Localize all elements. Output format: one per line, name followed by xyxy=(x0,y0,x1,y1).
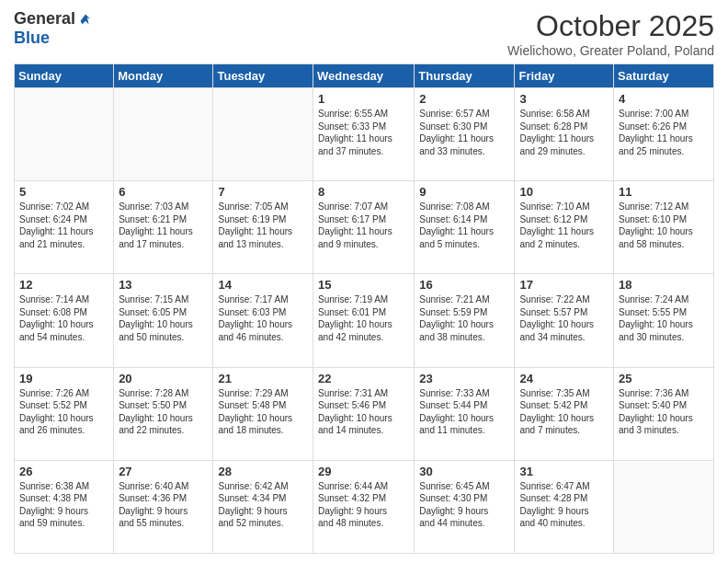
calendar-cell: 3Sunrise: 6:58 AM Sunset: 6:28 PM Daylig… xyxy=(515,88,614,181)
calendar-cell: 16Sunrise: 7:21 AM Sunset: 5:59 PM Dayli… xyxy=(415,274,515,367)
day-number: 19 xyxy=(19,372,108,385)
calendar-cell: 31Sunrise: 6:47 AM Sunset: 4:28 PM Dayli… xyxy=(515,460,614,553)
day-info: Sunrise: 6:58 AM Sunset: 6:28 PM Dayligh… xyxy=(519,108,609,157)
calendar-cell: 30Sunrise: 6:45 AM Sunset: 4:30 PM Dayli… xyxy=(415,460,515,553)
day-number: 25 xyxy=(619,372,709,385)
day-number: 7 xyxy=(218,185,308,199)
day-info: Sunrise: 7:24 AM Sunset: 5:55 PM Dayligh… xyxy=(619,293,709,343)
day-info: Sunrise: 6:45 AM Sunset: 4:30 PM Dayligh… xyxy=(419,480,509,530)
day-info: Sunrise: 7:19 AM Sunset: 6:01 PM Dayligh… xyxy=(318,293,409,343)
calendar-cell: 8Sunrise: 7:07 AM Sunset: 6:17 PM Daylig… xyxy=(313,181,415,274)
calendar-cell xyxy=(213,88,313,181)
title-block: October 2025 Wielichowo, Greater Poland,… xyxy=(507,9,714,58)
day-info: Sunrise: 7:33 AM Sunset: 5:44 PM Dayligh… xyxy=(419,387,509,437)
calendar-cell: 6Sunrise: 7:03 AM Sunset: 6:21 PM Daylig… xyxy=(114,181,213,274)
day-info: Sunrise: 7:28 AM Sunset: 5:50 PM Dayligh… xyxy=(119,387,208,437)
calendar-cell xyxy=(15,88,114,181)
calendar-cell: 21Sunrise: 7:29 AM Sunset: 5:48 PM Dayli… xyxy=(213,367,313,460)
calendar-cell xyxy=(114,88,213,181)
day-info: Sunrise: 7:14 AM Sunset: 6:08 PM Dayligh… xyxy=(19,293,108,343)
calendar-week-row: 5Sunrise: 7:02 AM Sunset: 6:24 PM Daylig… xyxy=(15,181,714,274)
day-info: Sunrise: 7:31 AM Sunset: 5:46 PM Dayligh… xyxy=(318,387,409,437)
day-number: 22 xyxy=(318,372,409,385)
calendar-cell: 12Sunrise: 7:14 AM Sunset: 6:08 PM Dayli… xyxy=(15,274,114,367)
day-info: Sunrise: 7:15 AM Sunset: 6:05 PM Dayligh… xyxy=(119,293,208,343)
day-info: Sunrise: 7:08 AM Sunset: 6:14 PM Dayligh… xyxy=(419,201,509,250)
day-info: Sunrise: 7:07 AM Sunset: 6:17 PM Dayligh… xyxy=(318,201,409,250)
day-info: Sunrise: 7:22 AM Sunset: 5:57 PM Dayligh… xyxy=(519,293,609,343)
weekday-header-monday: Monday xyxy=(114,64,213,88)
day-number: 24 xyxy=(519,372,609,385)
calendar-cell: 5Sunrise: 7:02 AM Sunset: 6:24 PM Daylig… xyxy=(15,181,114,274)
calendar-cell xyxy=(614,460,714,553)
day-number: 21 xyxy=(218,372,308,385)
day-number: 29 xyxy=(318,465,409,478)
day-info: Sunrise: 7:29 AM Sunset: 5:48 PM Dayligh… xyxy=(218,387,308,437)
day-number: 28 xyxy=(218,465,308,478)
day-info: Sunrise: 7:36 AM Sunset: 5:40 PM Dayligh… xyxy=(619,387,709,437)
calendar-cell: 22Sunrise: 7:31 AM Sunset: 5:46 PM Dayli… xyxy=(313,367,415,460)
svg-marker-0 xyxy=(81,14,91,24)
day-number: 11 xyxy=(619,185,709,199)
day-info: Sunrise: 7:05 AM Sunset: 6:19 PM Dayligh… xyxy=(218,201,308,250)
calendar-cell: 14Sunrise: 7:17 AM Sunset: 6:03 PM Dayli… xyxy=(213,274,313,367)
logo-blue-text: Blue xyxy=(14,29,50,48)
logo: General Blue xyxy=(14,9,94,48)
day-info: Sunrise: 7:02 AM Sunset: 6:24 PM Dayligh… xyxy=(19,201,108,250)
page: General Blue October 2025 Wielichowo, Gr… xyxy=(0,0,728,563)
day-info: Sunrise: 6:57 AM Sunset: 6:30 PM Dayligh… xyxy=(419,108,509,157)
day-info: Sunrise: 7:00 AM Sunset: 6:26 PM Dayligh… xyxy=(619,108,709,157)
weekday-header-tuesday: Tuesday xyxy=(213,64,313,88)
day-number: 15 xyxy=(318,278,409,292)
weekday-header-friday: Friday xyxy=(515,64,614,88)
calendar-cell: 20Sunrise: 7:28 AM Sunset: 5:50 PM Dayli… xyxy=(114,367,213,460)
day-info: Sunrise: 6:47 AM Sunset: 4:28 PM Dayligh… xyxy=(519,480,609,530)
weekday-header-thursday: Thursday xyxy=(415,64,515,88)
weekday-header-sunday: Sunday xyxy=(15,64,114,88)
calendar-table: SundayMondayTuesdayWednesdayThursdayFrid… xyxy=(14,63,714,554)
day-number: 9 xyxy=(419,185,509,199)
day-number: 2 xyxy=(419,92,509,106)
day-info: Sunrise: 7:35 AM Sunset: 5:42 PM Dayligh… xyxy=(519,387,609,437)
day-number: 13 xyxy=(119,278,208,292)
calendar-cell: 1Sunrise: 6:55 AM Sunset: 6:33 PM Daylig… xyxy=(313,88,415,181)
day-info: Sunrise: 6:42 AM Sunset: 4:34 PM Dayligh… xyxy=(218,480,308,530)
calendar-cell: 25Sunrise: 7:36 AM Sunset: 5:40 PM Dayli… xyxy=(614,367,714,460)
calendar-cell: 28Sunrise: 6:42 AM Sunset: 4:34 PM Dayli… xyxy=(213,460,313,553)
day-info: Sunrise: 7:21 AM Sunset: 5:59 PM Dayligh… xyxy=(419,293,509,343)
day-number: 20 xyxy=(119,372,208,385)
day-number: 18 xyxy=(619,278,709,292)
day-number: 14 xyxy=(218,278,308,292)
day-number: 16 xyxy=(419,278,509,292)
calendar-cell: 10Sunrise: 7:10 AM Sunset: 6:12 PM Dayli… xyxy=(515,181,614,274)
calendar-cell: 23Sunrise: 7:33 AM Sunset: 5:44 PM Dayli… xyxy=(415,367,515,460)
calendar-cell: 17Sunrise: 7:22 AM Sunset: 5:57 PM Dayli… xyxy=(515,274,614,367)
header: General Blue October 2025 Wielichowo, Gr… xyxy=(14,9,714,58)
calendar-cell: 24Sunrise: 7:35 AM Sunset: 5:42 PM Dayli… xyxy=(515,367,614,460)
logo-bird-icon xyxy=(77,11,94,28)
calendar-cell: 4Sunrise: 7:00 AM Sunset: 6:26 PM Daylig… xyxy=(614,88,714,181)
day-info: Sunrise: 7:03 AM Sunset: 6:21 PM Dayligh… xyxy=(119,201,208,250)
day-info: Sunrise: 7:12 AM Sunset: 6:10 PM Dayligh… xyxy=(619,201,709,250)
day-info: Sunrise: 6:40 AM Sunset: 4:36 PM Dayligh… xyxy=(119,480,208,530)
day-info: Sunrise: 6:55 AM Sunset: 6:33 PM Dayligh… xyxy=(318,108,409,157)
day-number: 4 xyxy=(619,92,709,106)
weekday-header-wednesday: Wednesday xyxy=(313,64,415,88)
calendar-header-row: SundayMondayTuesdayWednesdayThursdayFrid… xyxy=(15,64,714,88)
calendar-cell: 18Sunrise: 7:24 AM Sunset: 5:55 PM Dayli… xyxy=(614,274,714,367)
calendar-cell: 19Sunrise: 7:26 AM Sunset: 5:52 PM Dayli… xyxy=(15,367,114,460)
day-number: 12 xyxy=(19,278,108,292)
day-number: 17 xyxy=(519,278,609,292)
day-info: Sunrise: 7:26 AM Sunset: 5:52 PM Dayligh… xyxy=(19,387,108,437)
calendar-cell: 11Sunrise: 7:12 AM Sunset: 6:10 PM Dayli… xyxy=(614,181,714,274)
weekday-header-saturday: Saturday xyxy=(614,64,714,88)
location: Wielichowo, Greater Poland, Poland xyxy=(507,43,714,58)
calendar-week-row: 26Sunrise: 6:38 AM Sunset: 4:38 PM Dayli… xyxy=(15,460,714,553)
calendar-cell: 9Sunrise: 7:08 AM Sunset: 6:14 PM Daylig… xyxy=(415,181,515,274)
day-info: Sunrise: 6:44 AM Sunset: 4:32 PM Dayligh… xyxy=(318,480,409,530)
day-number: 23 xyxy=(419,372,509,385)
day-info: Sunrise: 7:17 AM Sunset: 6:03 PM Dayligh… xyxy=(218,293,308,343)
calendar-cell: 2Sunrise: 6:57 AM Sunset: 6:30 PM Daylig… xyxy=(415,88,515,181)
logo-general-text: General xyxy=(14,9,75,29)
calendar-week-row: 12Sunrise: 7:14 AM Sunset: 6:08 PM Dayli… xyxy=(15,274,714,367)
